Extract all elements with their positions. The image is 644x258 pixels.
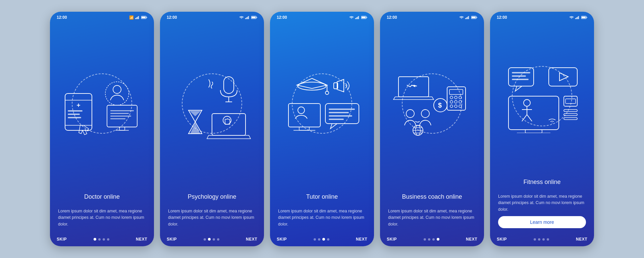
svg-rect-39 <box>356 17 357 19</box>
svg-rect-40 <box>357 17 358 19</box>
dot-5-4 <box>547 238 549 241</box>
content-fitness: Fitness online Lorem ipsum dolor sit dim… <box>490 171 594 234</box>
svg-rect-1 <box>136 17 137 19</box>
dot-1-1 <box>94 238 96 241</box>
status-time-5: 12:00 <box>497 15 507 20</box>
svg-rect-59 <box>465 18 466 19</box>
dot-1-3 <box>103 238 105 241</box>
status-time-2: 12:00 <box>167 15 177 20</box>
dashed-circle-2 <box>182 73 242 134</box>
svg-rect-44 <box>367 17 367 18</box>
svg-rect-0 <box>135 18 136 19</box>
wifi-icon-3 <box>349 16 354 19</box>
svg-rect-61 <box>467 17 468 19</box>
phone-title-4: Business coach online <box>388 189 476 205</box>
signal-icon-1 <box>135 16 140 19</box>
dashed-circle-1 <box>72 73 132 134</box>
skip-button-4[interactable]: SKIP <box>387 237 397 242</box>
status-bar-3: 12:00 <box>270 12 374 22</box>
svg-rect-29 <box>252 17 256 18</box>
phone-description-1: Lorem ipsum dolor sit dim amet, mea regi… <box>58 208 146 228</box>
phone-title-2: Psychology online <box>168 189 256 205</box>
next-button-5[interactable]: NEXT <box>576 237 587 242</box>
svg-rect-60 <box>466 17 467 19</box>
next-button-4[interactable]: NEXT <box>466 237 477 242</box>
status-icons-1: 📶 <box>129 15 147 20</box>
status-icons-3 <box>349 16 367 19</box>
dot-1-2 <box>98 238 101 241</box>
content-business: Business coach online Lorem ipsum dolor … <box>380 185 484 234</box>
phone-business-coach-online: 12:00 <box>380 12 484 246</box>
skip-button-5[interactable]: SKIP <box>497 237 507 242</box>
dot-2-4 <box>217 238 219 241</box>
svg-rect-3 <box>138 16 139 19</box>
content-tutor: Tutor online Lorem ipsum dolor sit dim a… <box>270 185 374 234</box>
status-icons-4 <box>459 16 477 19</box>
illustration-psychology <box>160 22 264 185</box>
next-button-1[interactable]: NEXT <box>136 237 147 242</box>
svg-rect-92 <box>582 17 586 18</box>
status-bar-4: 12:00 <box>380 12 484 22</box>
svg-rect-43 <box>362 17 366 18</box>
phone-doctor-online: 12:00 📶 <box>50 12 154 246</box>
dot-3-3 <box>322 238 325 241</box>
battery-icon-4 <box>471 16 477 19</box>
skip-button-3[interactable]: SKIP <box>277 237 287 242</box>
signal-icon-2 <box>245 16 250 19</box>
status-time-4: 12:00 <box>387 15 397 20</box>
dot-4-1 <box>424 238 426 241</box>
svg-rect-93 <box>587 17 587 18</box>
signal-icon-4 <box>465 16 470 19</box>
illustration-tutor <box>270 22 374 185</box>
dot-3-4 <box>327 238 329 241</box>
dot-4-4 <box>437 238 439 241</box>
phone-description-3: Lorem ipsum dolor sit dim amet, mea regi… <box>278 208 366 228</box>
phones-container: 12:00 📶 <box>50 12 594 246</box>
skip-button-2[interactable]: SKIP <box>167 237 177 242</box>
dot-2-2 <box>208 238 211 241</box>
svg-rect-88 <box>576 17 577 19</box>
status-bar-5: 12:00 <box>490 12 594 22</box>
illustration-doctor <box>50 22 154 185</box>
svg-rect-38 <box>355 18 356 19</box>
wifi-icon-5 <box>569 16 574 19</box>
dot-3-2 <box>318 238 320 241</box>
status-icons-2 <box>239 16 257 19</box>
phone-fitness-online: 12:00 <box>490 12 594 246</box>
skip-button-1[interactable]: SKIP <box>57 237 67 242</box>
battery-icon-1 <box>141 16 147 19</box>
next-button-3[interactable]: NEXT <box>356 237 367 242</box>
wifi-icon-4 <box>459 16 464 19</box>
svg-rect-6 <box>147 17 147 18</box>
svg-rect-5 <box>142 17 146 18</box>
svg-rect-24 <box>245 18 246 19</box>
battery-icon-5 <box>581 16 587 19</box>
nav-dots-5 <box>534 238 549 241</box>
next-button-2[interactable]: NEXT <box>246 237 257 242</box>
phone-title-5: Fitness online <box>498 175 586 190</box>
svg-rect-41 <box>358 16 359 19</box>
svg-rect-2 <box>137 17 138 19</box>
svg-rect-101 <box>525 130 542 133</box>
learn-more-button[interactable]: Learn more <box>498 216 586 228</box>
signal-icon-3 <box>355 16 360 19</box>
wifi-icon-2 <box>239 16 244 19</box>
nav-dots-2 <box>204 238 219 241</box>
svg-rect-108 <box>564 118 577 120</box>
status-time-1: 12:00 <box>57 15 67 20</box>
svg-rect-62 <box>468 16 469 19</box>
dot-5-3 <box>542 238 545 241</box>
nav-bar-3: SKIP NEXT <box>270 234 374 246</box>
signal-icon-5 <box>575 16 580 19</box>
phone-title-3: Tutor online <box>278 189 366 205</box>
svg-rect-89 <box>577 17 578 19</box>
dot-4-3 <box>432 238 435 241</box>
dashed-circle-3 <box>292 73 352 134</box>
svg-rect-87 <box>575 18 576 19</box>
nav-bar-5: SKIP NEXT <box>490 234 594 246</box>
status-icons-5 <box>569 16 587 19</box>
status-time-3: 12:00 <box>277 15 287 20</box>
phone-description-2: Lorem ipsum dolor sit dim amet, mea regi… <box>168 208 256 228</box>
svg-rect-90 <box>578 16 579 19</box>
dot-4-2 <box>428 238 430 241</box>
